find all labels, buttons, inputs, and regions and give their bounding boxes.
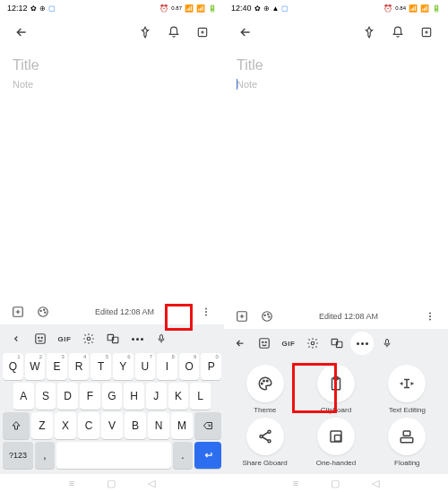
key-o[interactable]: 9O: [179, 353, 200, 380]
enter-key[interactable]: [194, 442, 221, 469]
svg-point-18: [263, 312, 272, 322]
kb-option-clipboard[interactable]: Clipboard: [300, 365, 371, 414]
recents-button[interactable]: ≡: [293, 478, 298, 488]
comma-key[interactable]: ,: [35, 442, 55, 469]
key-s[interactable]: S: [36, 383, 56, 410]
kb-option-floating[interactable]: Floating: [372, 418, 443, 467]
space-key[interactable]: [56, 442, 171, 469]
svg-point-22: [429, 313, 431, 315]
symbols-key[interactable]: ?123: [3, 442, 33, 469]
shift-key[interactable]: [3, 412, 30, 439]
kb-back-button[interactable]: [229, 332, 251, 354]
kb-option-text-editing[interactable]: Text Editing: [372, 365, 443, 414]
reminder-button[interactable]: [161, 20, 186, 45]
key-f[interactable]: F: [80, 383, 100, 410]
svg-point-10: [39, 337, 39, 338]
svg-rect-43: [404, 431, 411, 436]
pin-button[interactable]: [133, 20, 158, 45]
key-m[interactable]: M: [171, 412, 193, 439]
svg-point-12: [87, 337, 90, 341]
pin-button[interactable]: [357, 20, 382, 45]
key-g[interactable]: G: [102, 383, 123, 410]
key-a[interactable]: A: [13, 383, 34, 410]
status-time: 12:12: [7, 4, 28, 13]
key-z[interactable]: Z: [31, 412, 53, 439]
sticker-icon[interactable]: [254, 332, 275, 354]
archive-button[interactable]: [190, 20, 215, 45]
key-b[interactable]: B: [125, 412, 146, 439]
gear-icon[interactable]: [78, 328, 99, 350]
palette-button[interactable]: [258, 307, 276, 325]
key-p[interactable]: 0P: [201, 353, 221, 380]
title-input[interactable]: Title: [13, 57, 211, 73]
gif-button[interactable]: GIF: [278, 332, 299, 354]
more-button[interactable]: [421, 307, 439, 325]
key-k[interactable]: K: [168, 383, 189, 410]
key-u[interactable]: 7U: [135, 353, 156, 380]
kb-more-button[interactable]: [126, 328, 148, 350]
reminder-button[interactable]: [385, 20, 410, 45]
key-t[interactable]: 5T: [90, 353, 111, 380]
back-button[interactable]: [233, 20, 258, 45]
key-q[interactable]: 1Q: [3, 353, 23, 380]
signal-icon: 📶: [185, 4, 194, 13]
add-button[interactable]: [233, 307, 251, 325]
home-button[interactable]: ▢: [331, 478, 340, 489]
key-y[interactable]: 6Y: [113, 353, 134, 380]
key-r[interactable]: 4R: [69, 353, 90, 380]
svg-rect-42: [401, 438, 414, 443]
title-input[interactable]: Title: [237, 57, 435, 73]
kb-row-1: 1Q2W3E4R5T6Y7U8I9O0P: [3, 353, 221, 380]
key-l[interactable]: L: [190, 383, 211, 410]
note-editor[interactable]: Title Note: [224, 48, 448, 304]
kb-option-share-gboard[interactable]: Share Gboard: [229, 418, 300, 467]
app-toolbar: [224, 16, 448, 48]
gif-button[interactable]: GIF: [54, 328, 75, 350]
key-n[interactable]: N: [148, 412, 169, 439]
key-h[interactable]: H: [124, 383, 144, 410]
note-input[interactable]: Note: [13, 79, 211, 90]
alarm-icon: ⏰: [159, 4, 168, 13]
key-w[interactable]: 2W: [25, 353, 46, 380]
net-speed: 0.87: [171, 5, 182, 11]
keyboard-keys: 1Q2W3E4R5T6Y7U8I9O0P ASDFGHJKL ZXCVBNM ?…: [0, 353, 224, 474]
net-speed: 0.84: [395, 5, 406, 11]
mic-icon[interactable]: [376, 332, 398, 354]
add-button[interactable]: [9, 303, 27, 321]
back-nav-button[interactable]: ◁: [148, 478, 155, 489]
kb-back-button[interactable]: [5, 328, 27, 350]
translate-icon[interactable]: [102, 328, 124, 350]
mic-icon[interactable]: [151, 328, 172, 350]
palette-button[interactable]: [34, 303, 52, 321]
home-button[interactable]: ▢: [107, 478, 116, 489]
kb-more-button[interactable]: [350, 332, 374, 355]
backspace-key[interactable]: [194, 412, 221, 439]
note-input[interactable]: Note: [237, 79, 435, 90]
svg-point-39: [268, 440, 271, 443]
sticker-icon[interactable]: [30, 328, 51, 350]
key-x[interactable]: X: [55, 412, 76, 439]
back-button[interactable]: [9, 20, 34, 45]
key-e[interactable]: 3E: [47, 353, 67, 380]
key-i[interactable]: 8I: [157, 353, 177, 380]
archive-button[interactable]: [414, 20, 439, 45]
period-key[interactable]: .: [173, 442, 193, 469]
share-icon: [246, 418, 284, 455]
kb-option-theme[interactable]: Theme: [229, 365, 300, 414]
note-editor[interactable]: Title Note: [0, 48, 224, 299]
notif-icon: ▲: [272, 4, 280, 13]
svg-point-20: [268, 314, 269, 315]
key-j[interactable]: J: [146, 383, 167, 410]
back-nav-button[interactable]: ◁: [372, 478, 379, 489]
key-d[interactable]: D: [57, 383, 78, 410]
settings-icon: ✿: [30, 4, 37, 13]
key-c[interactable]: C: [78, 412, 99, 439]
svg-point-3: [40, 310, 41, 311]
signal-icon: 📶: [409, 4, 418, 13]
more-button[interactable]: [197, 303, 215, 321]
recents-button[interactable]: ≡: [69, 478, 74, 488]
kb-option-one-handed[interactable]: One-handed: [300, 418, 371, 467]
key-v[interactable]: V: [101, 412, 123, 439]
gear-icon[interactable]: [302, 332, 323, 354]
translate-icon[interactable]: [326, 332, 348, 354]
